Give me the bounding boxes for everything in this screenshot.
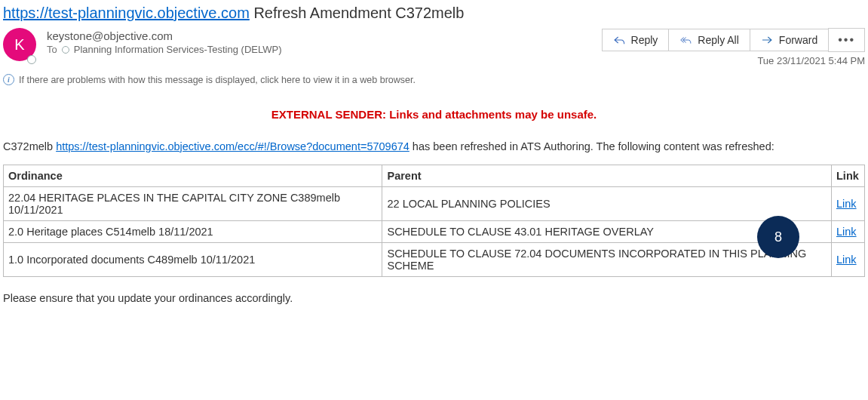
ordinance-cell: 22.04 HERITAGE PLACES IN THE CAPITAL CIT… [4, 187, 382, 221]
email-body-intro: C372melb https://test-planningvic.object… [3, 139, 865, 165]
refreshed-content-table: Ordinance Parent Link 22.04 HERITAGE PLA… [3, 165, 865, 277]
row-link[interactable]: Link [836, 226, 857, 238]
col-header-link: Link [832, 165, 865, 187]
ordinance-cell: 1.0 Incorporated documents C489melb 10/1… [4, 243, 382, 277]
email-subject: https://test-planningvic.objective.com R… [3, 2, 865, 28]
ordinance-cell: 2.0 Heritage places C514melb 18/11/2021 [4, 221, 382, 243]
parent-cell: 22 LOCAL PLANNING POLICIES [382, 187, 832, 221]
table-row: 22.04 HERITAGE PLACES IN THE CAPITAL CIT… [4, 187, 865, 221]
message-actions: Reply Reply All Forward ••• [602, 28, 865, 52]
subject-rest: Refresh Amendment C372melb [250, 5, 465, 21]
reply-all-label: Reply All [698, 34, 738, 46]
row-link[interactable]: Link [836, 198, 857, 210]
presence-indicator-icon [27, 55, 36, 64]
info-icon: i [3, 74, 14, 85]
info-bar-text: If there are problems with how this mess… [19, 75, 416, 85]
avatar-initial: K [14, 36, 24, 54]
callout-number: 8 [774, 229, 782, 245]
forward-label: Forward [779, 34, 817, 46]
body-document-link[interactable]: https://test-planningvic.objective.com/e… [56, 140, 409, 152]
subject-link[interactable]: https://test-planningvic.objective.com [3, 5, 250, 21]
reply-all-arrow-icon [679, 35, 692, 45]
footer-note: Please ensure that you update your ordin… [3, 277, 865, 304]
table-row: 2.0 Heritage places C514melb 18/11/2021 … [4, 221, 865, 243]
recipient-presence-icon [62, 46, 69, 54]
row-link[interactable]: Link [836, 254, 857, 266]
reply-label: Reply [631, 34, 658, 46]
reply-all-button[interactable]: Reply All [668, 29, 750, 51]
forward-button[interactable]: Forward [750, 29, 829, 51]
body-suffix: has been refreshed in ATS Authoring. The… [409, 140, 774, 152]
reply-button[interactable]: Reply [602, 29, 670, 51]
more-actions-button[interactable]: ••• [828, 28, 865, 52]
from-address[interactable]: keystone@objective.com [47, 28, 594, 42]
annotation-callout: 8 [757, 216, 799, 258]
col-header-parent: Parent [382, 165, 832, 187]
forward-arrow-icon [761, 35, 773, 45]
col-header-ordinance: Ordinance [4, 165, 382, 187]
view-in-browser-bar[interactable]: i If there are problems with how this me… [3, 66, 865, 94]
sender-avatar[interactable]: K [3, 28, 39, 64]
body-prefix: C372melb [3, 140, 56, 152]
email-timestamp: Tue 23/11/2021 5:44 PM [602, 52, 865, 66]
table-row: 1.0 Incorporated documents C489melb 10/1… [4, 243, 865, 277]
to-label: To [47, 44, 57, 55]
external-sender-warning: EXTERNAL SENDER: Links and attachments m… [3, 94, 865, 139]
to-recipient[interactable]: Planning Information Services-Testing (D… [74, 44, 282, 55]
reply-arrow-icon [613, 35, 625, 45]
